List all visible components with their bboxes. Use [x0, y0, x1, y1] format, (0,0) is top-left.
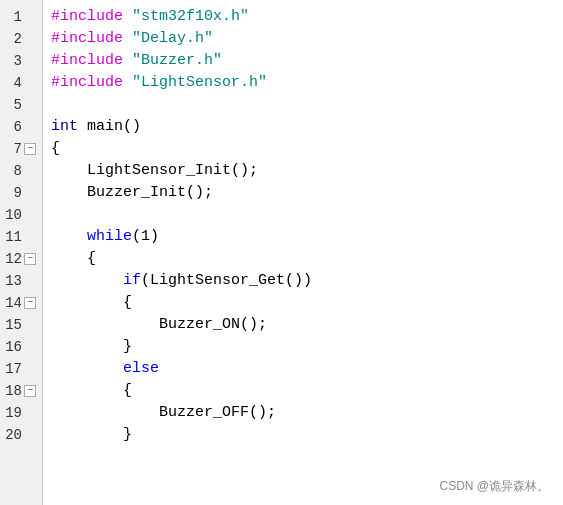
code-line: Buzzer_OFF(); — [51, 402, 563, 424]
code-line: if(LightSensor_Get()) — [51, 270, 563, 292]
code-area: 1234567−89101112−1314−15161718−1920 #inc… — [0, 0, 563, 505]
line-num-text: 1 — [4, 6, 22, 28]
line-numbers: 1234567−89101112−1314−15161718−1920 — [0, 0, 43, 505]
code-lines: #include "stm32f10x.h"#include "Delay.h"… — [43, 0, 563, 505]
token-normal: { — [51, 380, 132, 402]
line-num-text: 17 — [4, 358, 22, 380]
line-num-text: 16 — [4, 336, 22, 358]
line-num-text: 2 — [4, 28, 22, 50]
code-line: { — [51, 292, 563, 314]
token-normal: Buzzer_Init(); — [51, 182, 213, 204]
token-normal: Buzzer_OFF(); — [51, 402, 276, 424]
line-number: 17 — [0, 358, 42, 380]
code-line: { — [51, 138, 563, 160]
code-editor: 1234567−89101112−1314−15161718−1920 #inc… — [0, 0, 563, 505]
code-line: } — [51, 424, 563, 446]
token-normal: LightSensor_Init(); — [51, 160, 258, 182]
code-line: { — [51, 248, 563, 270]
code-line: while(1) — [51, 226, 563, 248]
token-normal: { — [51, 248, 96, 270]
line-num-text: 19 — [4, 402, 22, 424]
fold-indicator[interactable]: − — [24, 253, 36, 265]
code-line — [51, 204, 563, 226]
line-num-text: 8 — [4, 160, 22, 182]
code-line: { — [51, 380, 563, 402]
watermark: CSDN @诡异森林。 — [439, 478, 549, 495]
line-number: 11 — [0, 226, 42, 248]
line-num-text: 14 — [4, 292, 22, 314]
token-normal: } — [51, 424, 132, 446]
line-number: 5 — [0, 94, 42, 116]
line-number: 6 — [0, 116, 42, 138]
line-num-text: 5 — [4, 94, 22, 116]
line-num-text: 12 — [4, 248, 22, 270]
line-num-text: 3 — [4, 50, 22, 72]
line-number: 7− — [0, 138, 42, 160]
line-num-text: 18 — [4, 380, 22, 402]
token-normal: { — [51, 292, 132, 314]
token-str: "Delay.h" — [132, 28, 213, 50]
line-number: 3 — [0, 50, 42, 72]
code-line: #include "Buzzer.h" — [51, 50, 563, 72]
line-num-text: 6 — [4, 116, 22, 138]
fold-indicator[interactable]: − — [24, 143, 36, 155]
line-num-text: 10 — [4, 204, 22, 226]
fold-indicator[interactable]: − — [24, 297, 36, 309]
token-normal: Buzzer_ON(); — [51, 314, 267, 336]
code-line: Buzzer_Init(); — [51, 182, 563, 204]
token-normal — [123, 6, 132, 28]
code-line: } — [51, 336, 563, 358]
line-num-text: 7 — [4, 138, 22, 160]
line-num-text: 11 — [4, 226, 22, 248]
line-number: 9 — [0, 182, 42, 204]
line-num-text: 15 — [4, 314, 22, 336]
token-normal: (1) — [132, 226, 159, 248]
line-number: 4 — [0, 72, 42, 94]
code-line: Buzzer_ON(); — [51, 314, 563, 336]
line-number: 8 — [0, 160, 42, 182]
line-number: 2 — [0, 28, 42, 50]
token-kw-include: #include — [51, 28, 123, 50]
token-kw-int: int — [51, 116, 78, 138]
line-number: 1 — [0, 6, 42, 28]
code-line: LightSensor_Init(); — [51, 160, 563, 182]
line-number: 19 — [0, 402, 42, 424]
token-normal — [51, 270, 123, 292]
code-line: #include "Delay.h" — [51, 28, 563, 50]
code-line: #include "LightSensor.h" — [51, 72, 563, 94]
token-kw-else: else — [123, 358, 159, 380]
token-normal — [123, 28, 132, 50]
fold-indicator[interactable]: − — [24, 385, 36, 397]
code-line: #include "stm32f10x.h" — [51, 6, 563, 28]
line-num-text: 9 — [4, 182, 22, 204]
token-kw-include: #include — [51, 6, 123, 28]
line-number: 18− — [0, 380, 42, 402]
code-line: else — [51, 358, 563, 380]
token-kw-include: #include — [51, 72, 123, 94]
code-line — [51, 94, 563, 116]
token-kw-if: if — [123, 270, 141, 292]
line-number: 14− — [0, 292, 42, 314]
line-num-text: 4 — [4, 72, 22, 94]
token-kw-include: #include — [51, 50, 123, 72]
line-number: 10 — [0, 204, 42, 226]
line-number: 16 — [0, 336, 42, 358]
line-num-text: 13 — [4, 270, 22, 292]
token-str: "stm32f10x.h" — [132, 6, 249, 28]
token-normal — [123, 72, 132, 94]
token-normal: main() — [78, 116, 141, 138]
token-normal — [51, 226, 87, 248]
token-normal — [123, 50, 132, 72]
token-normal — [51, 358, 123, 380]
token-normal: (LightSensor_Get()) — [141, 270, 312, 292]
line-number: 15 — [0, 314, 42, 336]
token-normal: } — [51, 336, 132, 358]
line-number: 20 — [0, 424, 42, 446]
code-line: int main() — [51, 116, 563, 138]
token-kw-while: while — [87, 226, 132, 248]
token-normal: { — [51, 138, 60, 160]
line-num-text: 20 — [4, 424, 22, 446]
token-str: "Buzzer.h" — [132, 50, 222, 72]
line-number: 12− — [0, 248, 42, 270]
token-str: "LightSensor.h" — [132, 72, 267, 94]
